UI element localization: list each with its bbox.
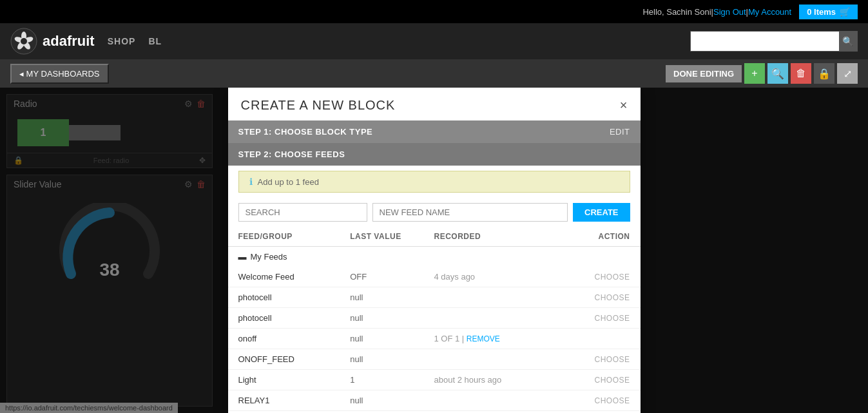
modal-close-button[interactable]: × [620, 98, 628, 113]
logo-icon [10, 28, 37, 55]
my-dashboards-button[interactable]: ◂ MY DASHBOARDS [10, 64, 109, 84]
my-dashboards-label: ◂ MY DASHBOARDS [19, 69, 100, 79]
feed-name-2: photocell [238, 313, 351, 323]
feed-action-5[interactable]: CHOOSE [546, 375, 630, 385]
nav-links: SHOP BL [108, 36, 162, 46]
feed-action-0[interactable]: CHOOSE [546, 272, 630, 282]
step1-edit[interactable]: EDIT [610, 127, 630, 137]
col-recorded: RECORDED [434, 232, 546, 241]
feed-name-5: Light [238, 375, 351, 385]
feed-action-4[interactable]: CHOOSE [546, 354, 630, 364]
feed-table-body: ▬ My Feeds Welcome Feed OFF 4 days ago C… [228, 247, 641, 413]
feed-recorded-3: 1 OF 1 | REMOVE [434, 334, 546, 343]
feed-action-6[interactable]: CHOOSE [546, 396, 630, 405]
nav-shop[interactable]: SHOP [108, 36, 136, 46]
modal-overlay: CREATE A NEW BLOCK × STEP 1: CHOOSE BLOC… [0, 88, 868, 413]
lock-icon: 🔒 [818, 68, 831, 80]
remove-link-3[interactable]: REMOVE [467, 334, 500, 343]
feed-action-1[interactable]: CHOOSE [546, 293, 630, 302]
top-bar: Hello, Sachin Soni | Sign Out | My Accou… [0, 0, 868, 23]
delete-icon: 🗑 [796, 68, 806, 79]
feed-value-5: 1 [350, 375, 434, 385]
cart-icon: 🛒 [840, 7, 850, 17]
feed-recorded-5: about 2 hours ago [434, 375, 546, 385]
table-row: Light 1 about 2 hours ago CHOOSE [228, 370, 641, 390]
table-row: photocell null CHOOSE [228, 287, 641, 308]
logo-text: adafruit [43, 33, 95, 50]
collapse-icon[interactable]: ▬ [238, 252, 247, 262]
main-area: Radio ⚙ 🗑 1 🔒 Feed: radio ✥ [0, 88, 868, 413]
table-row: RELAY1 null CHOOSE [228, 390, 641, 411]
add-block-button[interactable]: + [744, 63, 765, 84]
feed-recorded-0: 4 days ago [434, 272, 546, 282]
feed-name-3: onoff [238, 334, 351, 343]
sub-nav: ◂ MY DASHBOARDS DONE EDITING + 🔍 🗑 🔒 ⤢ [0, 59, 868, 88]
cart-label: 0 Items [807, 7, 836, 17]
new-feed-name-input[interactable] [372, 203, 568, 222]
col-action: ACTION [546, 232, 630, 241]
feed-name-6: RELAY1 [238, 396, 351, 405]
logo[interactable]: adafruit [10, 28, 95, 55]
table-row: ONOFF_FEED null CHOOSE [228, 349, 641, 370]
table-row: Welcome Feed OFF 4 days ago CHOOSE [228, 267, 641, 287]
create-feed-button[interactable]: CREATE [573, 203, 630, 222]
feed-info-text: Add up to 1 feed [258, 177, 319, 187]
modal-title-bar: CREATE A NEW BLOCK × [228, 88, 641, 120]
info-icon: ℹ [249, 177, 253, 187]
nav-blog[interactable]: BL [148, 36, 162, 46]
feed-group-header: ▬ My Feeds [228, 247, 641, 267]
feed-name-1: photocell [238, 293, 351, 302]
feed-action-2[interactable]: CHOOSE [546, 313, 630, 323]
modal: CREATE A NEW BLOCK × STEP 1: CHOOSE BLOC… [228, 88, 641, 413]
step1-header: STEP 1: CHOOSE BLOCK TYPE EDIT [228, 120, 641, 143]
col-last-value: LAST VALUE [350, 232, 434, 241]
feed-value-3: null [350, 334, 434, 343]
modal-title: CREATE A NEW BLOCK [241, 98, 396, 113]
add-icon: + [751, 68, 757, 79]
sign-out-link[interactable]: Sign Out [713, 7, 746, 17]
expand-icon: ⤢ [844, 68, 852, 80]
toolbar-right: DONE EDITING + 🔍 🗑 🔒 ⤢ [666, 63, 858, 84]
nav-search[interactable]: 🔍 [690, 31, 858, 52]
nav-search-button[interactable]: 🔍 [839, 31, 857, 52]
expand-button[interactable]: ⤢ [837, 63, 858, 84]
greeting-text: Hello, Sachin Soni [642, 7, 711, 17]
my-account-link[interactable]: My Account [748, 7, 791, 17]
feed-name-4: ONOFF_FEED [238, 354, 351, 364]
feed-value-0: OFF [350, 272, 434, 282]
feed-table-header: FEED/GROUP LAST VALUE RECORDED ACTION [228, 227, 641, 247]
search-button[interactable]: 🔍 [767, 63, 788, 84]
delete-button[interactable]: 🗑 [791, 63, 811, 84]
cart-button[interactable]: 0 Items 🛒 [799, 5, 858, 19]
feed-search-input[interactable] [238, 203, 367, 222]
svg-point-6 [21, 38, 27, 44]
nav-bar: adafruit SHOP BL 🔍 [0, 23, 868, 59]
table-row: onoff null 1 OF 1 | REMOVE [228, 329, 641, 349]
feed-value-1: null [350, 293, 434, 302]
feed-info-bar: ℹ Add up to 1 feed [238, 171, 630, 193]
search-input[interactable] [691, 34, 839, 49]
search-icon: 🔍 [771, 68, 784, 80]
search-create-row: CREATE [228, 198, 641, 227]
feed-value-4: null [350, 354, 434, 364]
group-name: My Feeds [251, 252, 287, 262]
step1-text: STEP 1: CHOOSE BLOCK TYPE [238, 127, 373, 137]
feed-name-0: Welcome Feed [238, 272, 351, 282]
lock-button[interactable]: 🔒 [814, 63, 834, 84]
feed-value-6: null [350, 396, 434, 405]
step2-header: STEP 2: CHOOSE FEEDS [228, 143, 641, 166]
feed-count-text: 1 OF 1 | [434, 334, 466, 343]
feed-value-2: null [350, 313, 434, 323]
table-row: photocell null CHOOSE [228, 308, 641, 329]
col-feed-group: FEED/GROUP [238, 232, 351, 241]
done-editing-button[interactable]: DONE EDITING [666, 65, 742, 82]
